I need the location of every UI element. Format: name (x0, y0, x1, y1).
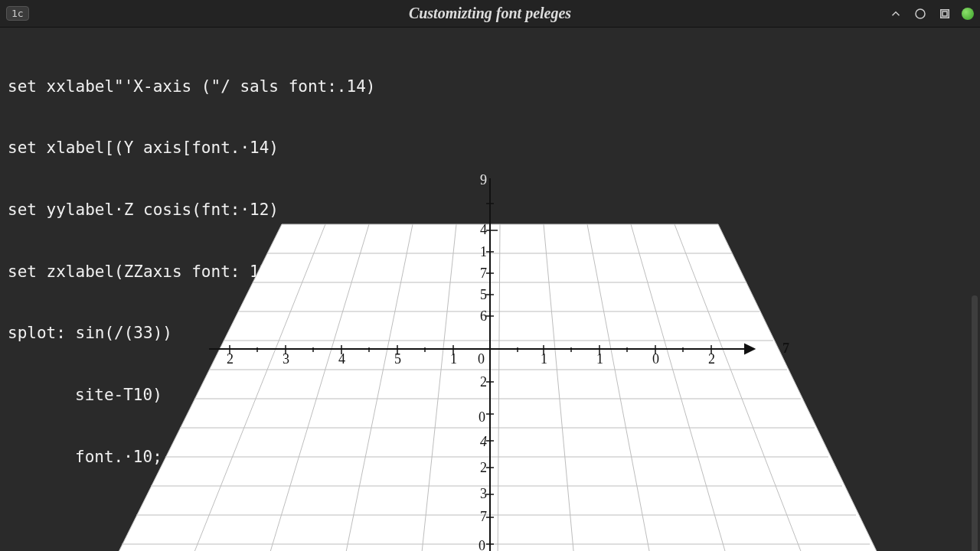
window-titlebar: 1c Customizting font peleges (0, 0, 980, 28)
x-tick-label: 1 (596, 351, 603, 367)
x-tick-label: 1 (450, 351, 457, 367)
y-tick-label: 1 (480, 244, 487, 259)
y-tick-label: 3 (480, 486, 487, 501)
x-tick-label: 5 (394, 351, 401, 367)
y-tick-label: 0 (479, 538, 485, 551)
y-tick-label: 7 (480, 509, 487, 524)
minimize-icon[interactable] (888, 6, 903, 21)
svg-rect-2 (942, 11, 947, 16)
status-indicator-icon (962, 8, 974, 20)
plot-3d[interactable]: 2 3 4 5 1 0 1 1 0 2 7 9 4 1 7 5 6 2 (100, 161, 896, 551)
code-line: set xlabel[(Y axis[font.·14) (8, 138, 375, 158)
y-tick-label: 9 (480, 172, 487, 187)
x-tick-label: 0 (478, 351, 485, 367)
vertical-scrollbar[interactable] (972, 295, 978, 551)
x-tick-label: 4 (338, 351, 345, 367)
titlebar-left: 1c (6, 6, 159, 21)
content-area: set xxlabel"'X-axis ("/ sals font:.14) s… (0, 28, 980, 551)
y-tick-label: 6 (480, 308, 487, 324)
x-tick-label: 2 (708, 351, 715, 367)
y-tick-label: 2 (480, 460, 487, 475)
y-tick-label: 4 (480, 222, 487, 237)
y-tick-label: 0 (479, 409, 485, 425)
y-tick-label: 4 (480, 434, 487, 449)
x-tick-label: 2 (227, 351, 234, 367)
y-tick-label: 2 (480, 374, 487, 390)
svg-point-0 (916, 9, 925, 18)
y-tick-label: 5 (480, 287, 487, 302)
x-tick-label: 3 (283, 351, 289, 367)
x-tick-label: 7 (782, 341, 789, 356)
plot-plane (111, 224, 884, 551)
maximize-icon[interactable] (937, 6, 952, 21)
titlebar-right (821, 6, 974, 21)
window-title: Customizting font peleges (159, 5, 821, 22)
x-tick-label: 0 (652, 351, 659, 367)
code-line: set xxlabel"'X-axis ("/ sals font:.14) (8, 77, 375, 97)
app-badge: 1c (6, 6, 29, 21)
refresh-icon[interactable] (913, 6, 928, 21)
x-tick-label: 1 (541, 351, 547, 367)
y-tick-label: 7 (480, 266, 487, 281)
